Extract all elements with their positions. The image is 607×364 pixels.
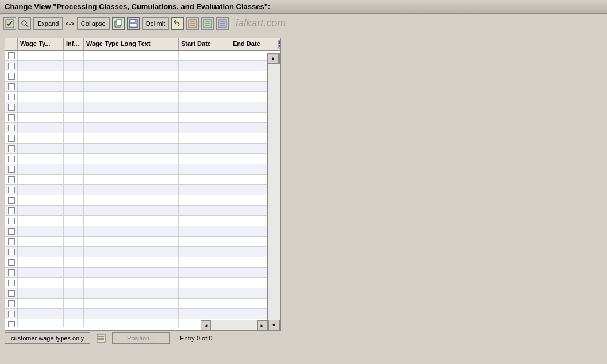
row-checkbox[interactable] xyxy=(5,237,18,246)
bottom-bar: customer wage types only Position... Ent… xyxy=(0,327,607,349)
table-row xyxy=(5,102,267,113)
table-container: Wage Ty... Inf... Wage Type Long Text St… xyxy=(5,38,281,331)
row-checkbox[interactable] xyxy=(5,206,18,215)
table-row xyxy=(5,92,267,102)
svg-rect-21 xyxy=(279,41,281,44)
select3-icon[interactable] xyxy=(216,17,229,30)
table-header: Wage Ty... Inf... Wage Type Long Text St… xyxy=(5,38,280,51)
save-icon[interactable] xyxy=(3,17,16,30)
row-checkbox[interactable] xyxy=(5,288,18,298)
row-checkbox[interactable] xyxy=(5,195,18,205)
table-row xyxy=(5,82,267,92)
row-checkbox[interactable] xyxy=(5,257,18,267)
svg-rect-23 xyxy=(279,45,281,47)
table-row xyxy=(5,247,267,257)
row-checkbox[interactable] xyxy=(5,299,18,308)
row-checkbox[interactable] xyxy=(5,144,18,153)
list-view-icon[interactable] xyxy=(95,332,107,344)
copy-rows-icon[interactable] xyxy=(112,17,125,30)
entry-count-text: Entry 0 of 0 xyxy=(180,335,212,342)
col-header-settings-icon[interactable] xyxy=(276,38,281,50)
table-row xyxy=(5,175,267,185)
table-row xyxy=(5,206,267,216)
table-row xyxy=(5,61,267,71)
title-bar: Change View "Processing Classes, Cumulat… xyxy=(0,0,607,14)
svg-rect-4 xyxy=(117,20,122,25)
row-checkbox[interactable] xyxy=(5,154,18,164)
toolbar: Expand <-> Collapse Delimit xyxy=(0,14,607,33)
table-row xyxy=(5,133,267,144)
row-checkbox[interactable] xyxy=(5,71,18,81)
row-checkbox[interactable] xyxy=(5,278,18,288)
row-checkbox[interactable] xyxy=(5,247,18,257)
svg-rect-6 xyxy=(130,20,135,22)
expand-button[interactable]: Expand xyxy=(33,17,63,30)
col-header-long-text: Wage Type Long Text xyxy=(84,38,179,50)
table-row xyxy=(5,51,267,61)
search-icon[interactable] xyxy=(18,17,31,30)
table-row xyxy=(5,195,267,206)
row-checkbox[interactable] xyxy=(5,268,18,277)
row-checkbox[interactable] xyxy=(5,113,18,122)
row-checkbox[interactable] xyxy=(5,133,18,143)
table-row xyxy=(5,257,267,268)
row-checkbox[interactable] xyxy=(5,61,18,71)
table-row xyxy=(5,288,267,299)
table-row xyxy=(5,185,267,195)
row-checkbox[interactable] xyxy=(5,309,18,319)
select2-icon[interactable] xyxy=(201,17,214,30)
col-header-end-date: End Date xyxy=(230,38,276,50)
table-row xyxy=(5,237,267,247)
row-checkbox[interactable] xyxy=(5,319,18,327)
watermark-text: ialkart.com xyxy=(236,17,286,29)
col-header-wage-type: Wage Ty... xyxy=(18,38,64,50)
delimit-button[interactable]: Delimit xyxy=(142,17,170,30)
customer-wage-types-button[interactable]: customer wage types only xyxy=(5,332,90,344)
table-row xyxy=(5,164,267,175)
collapse-button[interactable]: Collapse xyxy=(77,17,110,30)
expand-collapse-separator: <-> xyxy=(65,20,75,27)
svg-point-1 xyxy=(22,21,26,25)
main-content: Wage Ty... Inf... Wage Type Long Text St… xyxy=(0,33,607,355)
table-row xyxy=(5,299,267,309)
table-row xyxy=(5,71,267,82)
table-row xyxy=(5,268,267,278)
row-checkbox[interactable] xyxy=(5,51,18,60)
row-checkbox[interactable] xyxy=(5,102,18,112)
col-header-inf: Inf... xyxy=(64,38,84,50)
table-row xyxy=(5,144,267,154)
vertical-scrollbar: ▲ ▼ xyxy=(267,53,280,330)
row-checkbox[interactable] xyxy=(5,175,18,184)
table-row xyxy=(5,226,267,237)
scroll-track xyxy=(268,64,280,320)
table-row xyxy=(5,278,267,288)
svg-line-2 xyxy=(26,25,28,27)
table-row xyxy=(5,154,267,164)
table-row xyxy=(5,113,267,123)
scroll-up-button[interactable]: ▲ xyxy=(267,53,279,64)
col-header-checkbox xyxy=(5,38,18,50)
row-checkbox[interactable] xyxy=(5,92,18,102)
table-body xyxy=(5,51,280,327)
row-checkbox[interactable] xyxy=(5,164,18,174)
col-header-start-date: Start Date xyxy=(179,38,230,50)
page-title: Change View "Processing Classes, Cumulat… xyxy=(5,2,270,11)
row-checkbox[interactable] xyxy=(5,185,18,195)
select1-icon[interactable] xyxy=(186,17,199,30)
svg-rect-7 xyxy=(130,24,137,27)
disk-save-icon[interactable] xyxy=(127,17,140,30)
position-button[interactable]: Position... xyxy=(112,332,170,344)
row-checkbox[interactable] xyxy=(5,82,18,91)
undo-icon[interactable] xyxy=(171,17,184,30)
row-checkbox[interactable] xyxy=(5,216,18,226)
row-checkbox[interactable] xyxy=(5,123,18,133)
table-row xyxy=(5,216,267,226)
table-row xyxy=(5,123,267,133)
row-checkbox[interactable] xyxy=(5,226,18,236)
table-row xyxy=(5,309,267,319)
